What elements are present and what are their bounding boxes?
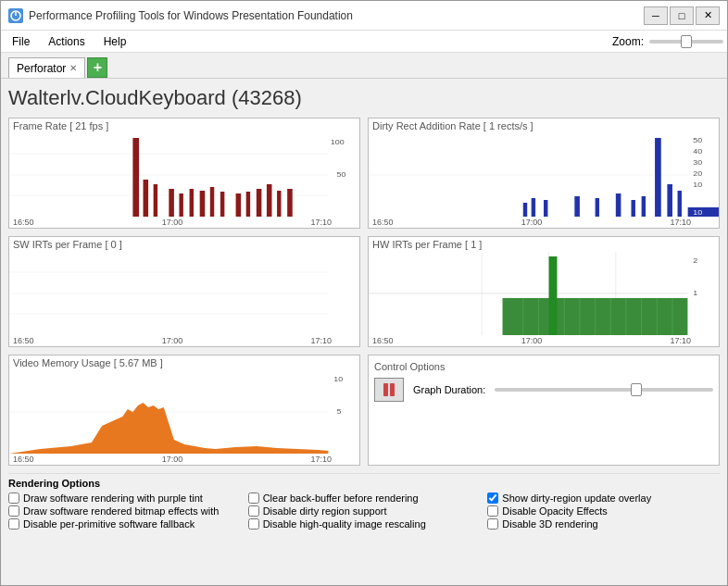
tab-perforator[interactable]: Perforator ✕ xyxy=(8,57,85,78)
svg-text:2: 2 xyxy=(693,256,697,264)
svg-rect-30 xyxy=(596,198,599,217)
checkbox-label-0: Draw software rendering with purple tint xyxy=(23,492,203,504)
svg-rect-35 xyxy=(667,184,672,217)
close-button[interactable]: ✕ xyxy=(696,6,720,25)
main-content: Walterlv.CloudKeyboard (43268) Frame Rat… xyxy=(1,79,727,585)
checkbox-item-6: Disable per-primitive software fallback xyxy=(8,518,241,530)
checkbox-label-3: Draw software rendered bitmap effects wi… xyxy=(23,505,219,517)
svg-rect-12 xyxy=(200,191,206,217)
menu-help[interactable]: Help xyxy=(96,33,134,50)
graph-duration-label: Graph Duration: xyxy=(413,384,485,395)
svg-rect-57 xyxy=(549,256,558,335)
dirty-rect-xaxis: 16:50 17:00 17:10 xyxy=(369,217,719,228)
video-memory-chart: Video Memory Usage [ 5.67 MB ] 10 5 16:5… xyxy=(8,355,360,466)
duration-thumb xyxy=(631,383,642,396)
svg-rect-19 xyxy=(277,191,281,217)
svg-text:40: 40 xyxy=(693,146,702,155)
zoom-label: Zoom: xyxy=(612,35,644,48)
checkbox-5[interactable] xyxy=(487,505,498,517)
checkbox-item-8: Disable 3D rendering xyxy=(487,518,720,530)
app-icon xyxy=(8,8,23,23)
title-bar-controls: ─ □ ✕ xyxy=(644,6,720,25)
rendering-options-title: Rendering Options xyxy=(8,478,720,489)
svg-rect-33 xyxy=(642,196,646,217)
rendering-options-section: Rendering Options Draw software renderin… xyxy=(8,473,720,533)
hw-irts-xaxis: 16:50 17:00 17:10 xyxy=(369,335,719,346)
svg-rect-29 xyxy=(574,196,580,217)
checkbox-item-1: Clear back-buffer before rendering xyxy=(248,492,481,504)
svg-text:5: 5 xyxy=(337,406,342,415)
checkbox-3[interactable] xyxy=(8,505,19,517)
checkbox-item-4: Disable dirty region support xyxy=(248,505,481,517)
checkbox-label-2: Show dirty-region update overlay xyxy=(502,492,651,504)
svg-rect-36 xyxy=(678,191,682,217)
control-options-title: Control Options xyxy=(374,361,713,372)
frame-rate-area: 100 50 xyxy=(9,133,359,217)
checkbox-1[interactable] xyxy=(248,492,259,504)
checkbox-label-8: Disable 3D rendering xyxy=(502,518,597,530)
duration-slider[interactable] xyxy=(495,388,713,392)
menu-bar: File Actions Help Zoom: xyxy=(1,31,727,53)
add-tab-button[interactable]: + xyxy=(87,57,107,78)
window-title: Performance Profiling Tools for Windows … xyxy=(29,9,353,22)
checkbox-4[interactable] xyxy=(248,505,259,517)
checkbox-item-0: Draw software rendering with purple tint xyxy=(8,492,241,504)
svg-text:30: 30 xyxy=(693,157,702,166)
checkbox-label-6: Disable per-primitive software fallback xyxy=(23,518,195,530)
checkbox-2[interactable] xyxy=(487,492,498,504)
checkbox-7[interactable] xyxy=(248,518,259,530)
control-row: Graph Duration: xyxy=(374,378,713,402)
svg-text:10: 10 xyxy=(693,180,702,188)
control-options-panel: Control Options Graph Duration: xyxy=(368,355,720,466)
hw-irts-label: HW IRTs per Frame [ 1 ] xyxy=(369,237,719,252)
svg-rect-6 xyxy=(132,138,139,217)
svg-rect-14 xyxy=(220,192,224,217)
menu-actions[interactable]: Actions xyxy=(41,33,92,50)
checkbox-6[interactable] xyxy=(8,518,19,530)
svg-rect-9 xyxy=(169,189,174,217)
zoom-slider[interactable] xyxy=(649,40,723,44)
svg-rect-13 xyxy=(210,187,214,217)
checkbox-8[interactable] xyxy=(487,518,498,530)
svg-rect-8 xyxy=(154,184,157,217)
svg-rect-16 xyxy=(246,192,250,217)
bottom-row: Video Memory Usage [ 5.67 MB ] 10 5 16:5… xyxy=(8,355,720,466)
svg-rect-50 xyxy=(329,252,359,335)
menu-file[interactable]: File xyxy=(5,33,37,50)
checkboxes-grid: Draw software rendering with purple tint… xyxy=(8,492,720,530)
svg-rect-28 xyxy=(544,200,547,217)
svg-rect-10 xyxy=(179,193,182,217)
svg-text:1: 1 xyxy=(693,288,697,296)
svg-text:10: 10 xyxy=(693,207,702,216)
checkbox-item-7: Disable high-quality image rescaling xyxy=(248,518,481,530)
svg-text:50: 50 xyxy=(337,169,346,178)
title-bar-left: Performance Profiling Tools for Windows … xyxy=(8,8,353,23)
main-window: Performance Profiling Tools for Windows … xyxy=(0,0,728,586)
zoom-control: Zoom: xyxy=(612,35,723,48)
tab-bar: Perforator ✕ + xyxy=(1,53,727,79)
sw-irts-xaxis: 16:50 17:00 17:10 xyxy=(9,335,359,346)
pause-button[interactable] xyxy=(374,378,404,402)
video-memory-area: 10 5 xyxy=(9,370,359,454)
svg-text:10: 10 xyxy=(333,374,343,382)
dirty-rect-chart: Dirty Rect Addition Rate [ 1 rects/s ] xyxy=(368,118,720,229)
checkbox-item-3: Draw software rendered bitmap effects wi… xyxy=(8,505,241,517)
video-memory-label: Video Memory Usage [ 5.67 MB ] xyxy=(9,355,359,370)
checkbox-0[interactable] xyxy=(8,492,19,504)
frame-rate-xaxis: 16:50 17:00 17:10 xyxy=(9,217,359,228)
svg-rect-7 xyxy=(144,180,149,217)
pause-bar-right xyxy=(390,383,395,396)
frame-rate-label: Frame Rate [ 21 fps ] xyxy=(9,118,359,133)
hw-irts-area: 2 1 xyxy=(369,252,719,335)
title-bar: Performance Profiling Tools for Windows … xyxy=(1,1,727,31)
maximize-button[interactable]: □ xyxy=(670,6,694,25)
svg-text:20: 20 xyxy=(693,168,702,177)
app-title: Walterlv.CloudKeyboard (43268) xyxy=(8,86,720,110)
sw-irts-area xyxy=(9,252,359,335)
minimize-button[interactable]: ─ xyxy=(644,6,668,25)
checkbox-item-5: Disable Opacity Effects xyxy=(487,505,720,517)
dirty-rect-area: 50 40 30 20 10 10 10 xyxy=(369,133,719,217)
svg-rect-31 xyxy=(616,193,621,217)
tab-close-icon[interactable]: ✕ xyxy=(69,63,77,73)
svg-rect-26 xyxy=(523,203,527,217)
